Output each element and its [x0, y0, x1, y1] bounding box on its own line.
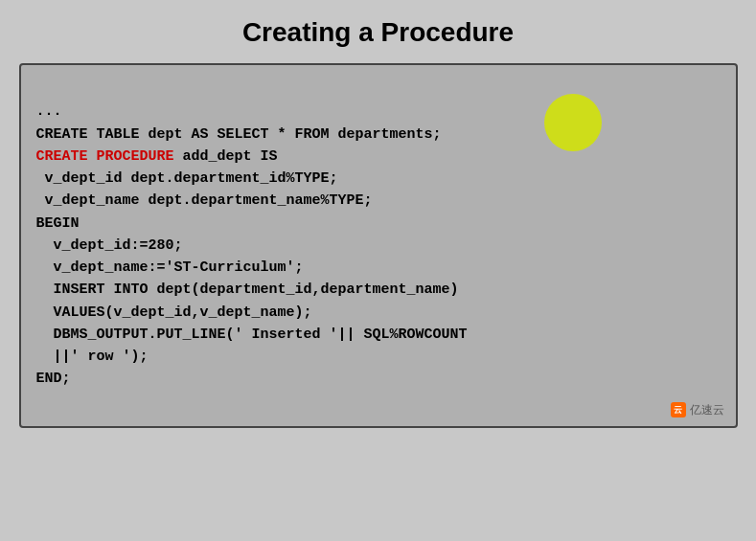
page-title: Creating a Procedure — [19, 17, 737, 48]
code-container: ... CREATE TABLE dept AS SELECT * FROM d… — [19, 63, 738, 428]
code-line-6: BEGIN — [36, 215, 80, 232]
code-line-3: CREATE PROCEDURE add_dept IS — [36, 148, 278, 165]
code-line-8: v_dept_name:='ST-Curriculum'; — [36, 259, 304, 276]
code-line-10: VALUES(v_dept_id,v_dept_name); — [36, 304, 312, 321]
code-line-5: v_dept_name dept.department_name%TYPE; — [36, 192, 373, 209]
code-line-2: CREATE TABLE dept AS SELECT * FROM depar… — [36, 126, 442, 143]
code-line-7: v_dept_id:=280; — [36, 237, 183, 254]
code-line-11: DBMS_OUTPUT.PUT_LINE(' Inserted '|| SQL%… — [36, 327, 468, 343]
code-block: ... CREATE TABLE dept AS SELECT * FROM d… — [36, 79, 721, 413]
keyword-create-procedure: CREATE PROCEDURE — [36, 148, 174, 165]
code-line-9: INSERT INTO dept(department_id,departmen… — [36, 282, 459, 298]
watermark-icon: 云 — [671, 402, 686, 417]
code-line-12: ||' row '); — [36, 349, 149, 365]
watermark-text: 亿速云 — [690, 402, 724, 418]
watermark: 云 亿速云 — [671, 402, 724, 418]
code-line-1: ... — [36, 103, 62, 120]
code-line-13: END; — [36, 371, 71, 387]
code-line-4: v_dept_id dept.department_id%TYPE; — [36, 170, 338, 187]
